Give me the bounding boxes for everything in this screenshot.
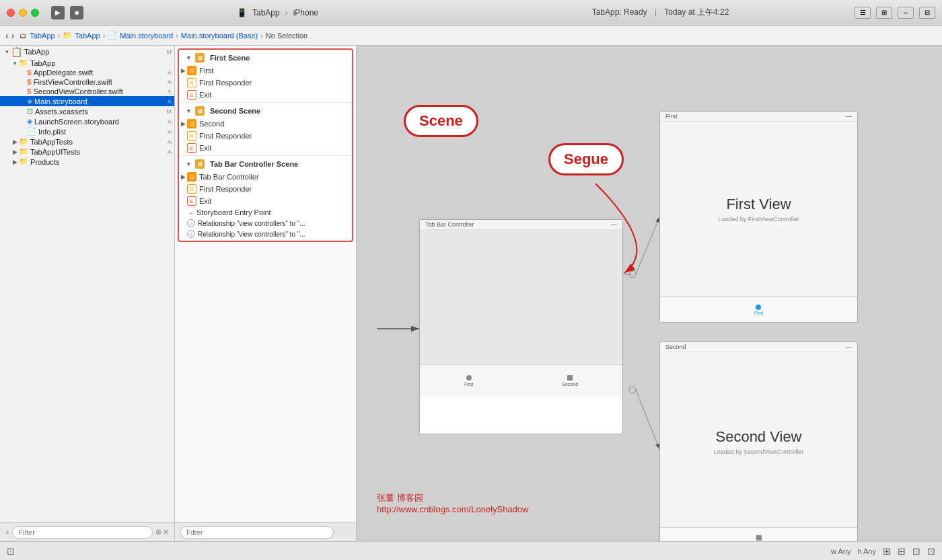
outline-label-exit-2: Exit bbox=[199, 144, 211, 152]
sidebar-label-tabapptests: TabAppTests bbox=[30, 138, 73, 146]
nav-back[interactable]: ‹ bbox=[5, 30, 9, 41]
filter-clear-sidebar[interactable]: ✕ bbox=[163, 528, 169, 536]
sidebar-item-tabapp-folder[interactable]: ▾ 📁 TabApp bbox=[0, 58, 174, 68]
outline-item-rel-2[interactable]: ○ Relationship "view controllers" to "..… bbox=[179, 229, 352, 239]
sidebar-item-launchscreen[interactable]: ◈ LaunchScreen.storyboard A bbox=[0, 116, 174, 126]
breadcrumb-mainstoryboard-base[interactable]: Main.storyboard (Base) bbox=[181, 32, 258, 40]
first-tab-label: First bbox=[464, 382, 474, 387]
storyboard-canvas[interactable]: Scene Segue Tab Bar Controller — First bbox=[357, 46, 942, 541]
panel-toggle-center[interactable]: ⊞ bbox=[876, 7, 892, 19]
first-view-tab-bar: First bbox=[660, 296, 857, 322]
first-tab-icon bbox=[466, 375, 472, 381]
blog-info: 张董 博客园 http://www.cnblogs.com/LonelyShad… bbox=[377, 492, 528, 514]
outline-header-second-scene[interactable]: ▾ ⊞ Second Scene bbox=[179, 104, 352, 118]
grid-icon[interactable]: ⊞ bbox=[883, 546, 891, 557]
outline-bordered-content: ▾ ⊞ First Scene ▶ ⊡ First R First Respon… bbox=[178, 48, 353, 242]
stop-button[interactable]: ■ bbox=[70, 6, 83, 19]
close-button[interactable] bbox=[7, 9, 15, 17]
swift-icon-secondvc: S bbox=[27, 88, 32, 95]
outline-filter-input[interactable] bbox=[180, 526, 334, 538]
sidebar-item-tabapptests[interactable]: ▶ 📁 TabAppTests A bbox=[0, 136, 174, 147]
responder-icon-3: R bbox=[187, 184, 196, 194]
outline-item-exit-2[interactable]: E Exit bbox=[179, 142, 352, 154]
outline-item-exit-3[interactable]: E Exit bbox=[179, 195, 352, 207]
outline-item-first-responder-2[interactable]: R First Responder bbox=[179, 130, 352, 142]
outline-label-exit-1: Exit bbox=[199, 91, 211, 99]
sidebar-item-appdelegate[interactable]: S AppDelegate.swift A bbox=[0, 68, 174, 77]
zoom-icon[interactable]: ⊡ bbox=[912, 546, 920, 557]
sidebar-item-mainstoryboard[interactable]: ◈ Main.storyboard A bbox=[0, 96, 174, 106]
assistant-editor[interactable]: ↔ bbox=[898, 7, 914, 19]
panel-toggle-right[interactable]: ⊟ bbox=[919, 7, 935, 19]
breadcrumb-no-selection: No Selection bbox=[266, 32, 307, 40]
outline-item-rel-1[interactable]: ○ Relationship "view controllers" to "..… bbox=[179, 218, 352, 229]
sidebar-label-infoplist: Info.plist bbox=[38, 128, 66, 136]
tab-second[interactable]: Second bbox=[562, 375, 578, 387]
first-view-body: First View Loaded by FirstViewController bbox=[660, 122, 857, 296]
sidebar-filter-input[interactable] bbox=[12, 526, 153, 538]
minimize-button[interactable] bbox=[19, 9, 27, 17]
device-name: iPhone bbox=[293, 8, 318, 17]
swift-icon-firstvc: S bbox=[27, 79, 32, 86]
status-w: w Any bbox=[831, 547, 850, 555]
second-view-label: Second View bbox=[715, 428, 801, 446]
tab-first[interactable]: First bbox=[464, 375, 474, 387]
file-tree: ▾ 📋 TabApp M ▾ 📁 TabApp S AppDelegate.sw… bbox=[0, 46, 174, 522]
outline-section-first-scene: ▾ ⊞ First Scene ▶ ⊡ First R First Respon… bbox=[179, 50, 352, 102]
outline-label-second: Second bbox=[199, 120, 224, 128]
breadcrumb-tabapp2[interactable]: TabApp bbox=[75, 32, 100, 40]
tab-controller-device[interactable]: Tab Bar Controller — First Second bbox=[419, 219, 623, 434]
outline-item-entry-point[interactable]: → Storyboard Entry Point bbox=[179, 207, 352, 218]
second-tab-icon bbox=[567, 375, 573, 381]
svg-line-7 bbox=[636, 390, 659, 449]
nav-forward[interactable]: › bbox=[11, 30, 15, 41]
toolbar-right: ☰ ⊞ ↔ ⊟ bbox=[855, 7, 935, 19]
outline-label-first-scene: First Scene bbox=[210, 54, 250, 62]
outline-item-tabbar-controller[interactable]: ▶ ⊡ Tab Bar Controller bbox=[179, 171, 352, 183]
sidebar-label-tabapp-folder: TabApp bbox=[30, 59, 55, 67]
outline-item-exit-1[interactable]: E Exit bbox=[179, 89, 352, 101]
outline-header-tabbar-scene[interactable]: ▾ ⊞ Tab Bar Controller Scene bbox=[179, 157, 352, 171]
status-message: TabApp: Ready | Today at 上午4:22 bbox=[472, 7, 849, 18]
outline-item-first[interactable]: ▶ ⊡ First bbox=[179, 65, 352, 77]
svg-point-4 bbox=[629, 271, 636, 278]
outline-header-first-scene[interactable]: ▾ ⊞ First Scene bbox=[179, 51, 352, 65]
blog-url: http://www.cnblogs.com/LonelyShadow bbox=[377, 504, 528, 514]
outline-section-second-scene: ▾ ⊞ Second Scene ▶ ⊡ Second R First Resp… bbox=[179, 103, 352, 155]
vc-icon-first: ⊡ bbox=[187, 66, 196, 75]
exit-icon-1: E bbox=[187, 90, 196, 99]
sidebar-label-assets: Assets.xcassets bbox=[35, 108, 88, 116]
filter-options-sidebar[interactable]: ⊕ bbox=[155, 528, 161, 536]
outline-label-firstresponder-3: First Responder bbox=[199, 185, 252, 193]
sidebar-item-secondvc[interactable]: S SecondViewController.swift A bbox=[0, 87, 174, 96]
sidebar-item-assets[interactable]: ⊡ Assets.xcassets M bbox=[0, 106, 174, 116]
sidebar-item-products[interactable]: ▶ 📁 Products bbox=[0, 157, 174, 167]
breadcrumb-tabapp1[interactable]: TabApp bbox=[30, 32, 55, 40]
entry-point-icon: → bbox=[187, 209, 194, 216]
scene-annotation: Scene bbox=[404, 105, 478, 137]
inspector-icon[interactable]: ⊡ bbox=[927, 546, 935, 557]
window-title: 📱 TabApp › iPhone bbox=[89, 8, 466, 17]
first-view-device[interactable]: First — First View Loaded by FirstViewCo… bbox=[659, 111, 858, 323]
panel-icon-left[interactable]: ⊡ bbox=[7, 546, 15, 557]
outline-tree: ▾ ⊞ First Scene ▶ ⊡ First R First Respon… bbox=[175, 46, 356, 522]
outline-item-first-responder-1[interactable]: R First Responder bbox=[179, 77, 352, 89]
play-button[interactable]: ▶ bbox=[51, 6, 65, 19]
outline-label-rel-1: Relationship "view controllers" to "... bbox=[198, 220, 305, 227]
sidebar-label-launchscreen: LaunchScreen.storyboard bbox=[34, 118, 119, 126]
second-view-sub: Loaded by SecondViewController bbox=[714, 448, 803, 455]
panel-toggle-left[interactable]: ☰ bbox=[855, 7, 871, 19]
outline-item-first-responder-3[interactable]: R First Responder bbox=[179, 183, 352, 195]
rel-icon-1: ○ bbox=[187, 219, 195, 227]
sidebar-item-infoplist[interactable]: 📄 Info.plist A bbox=[0, 126, 174, 136]
sidebar-item-tabapp-root[interactable]: ▾ 📋 TabApp M bbox=[0, 46, 174, 58]
sidebar-item-firstvc[interactable]: S FirstViewController.swift A bbox=[0, 77, 174, 87]
sidebar-label-mainstoryboard: Main.storyboard bbox=[34, 97, 87, 106]
sidebar-label-tabapp-root: TabApp bbox=[24, 48, 49, 56]
breadcrumb-mainstoryboard[interactable]: Main.storyboard bbox=[120, 32, 173, 40]
layout-icon[interactable]: ⊟ bbox=[898, 546, 906, 557]
outline-item-second[interactable]: ▶ ⊡ Second bbox=[179, 118, 352, 130]
fullscreen-button[interactable] bbox=[31, 9, 39, 17]
sidebar-item-tabappuitests[interactable]: ▶ 📁 TabAppUITests A bbox=[0, 147, 174, 157]
second-view-device[interactable]: Second — Second View Loaded by SecondVie… bbox=[659, 342, 858, 541]
